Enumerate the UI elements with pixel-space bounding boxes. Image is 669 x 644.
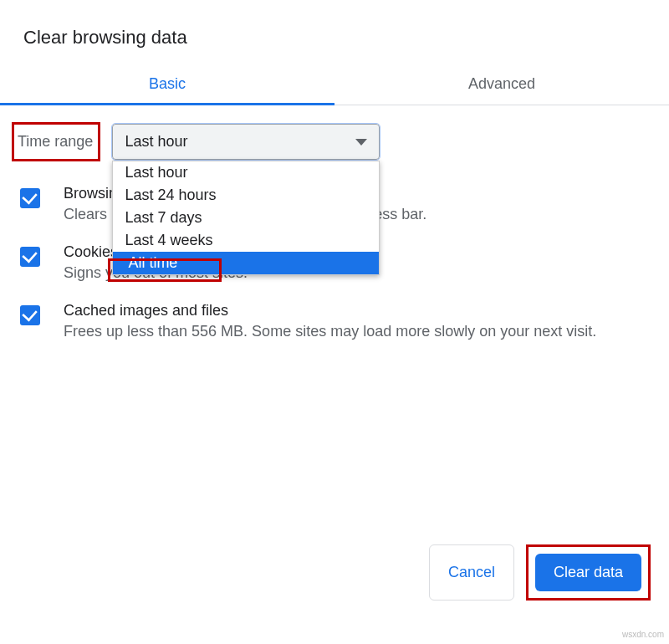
option-last-4-weeks[interactable]: Last 4 weeks (113, 229, 379, 252)
tabs: Basic Advanced (0, 64, 669, 105)
checkbox-cache[interactable] (20, 305, 40, 325)
checkbox-row-cache: Cached images and files Frees up less th… (12, 302, 646, 340)
time-range-select-wrap: Last hour Last hour Last 24 hours Last 7… (112, 124, 380, 160)
time-range-dropdown: Last hour Last 24 hours Last 7 days Last… (112, 161, 380, 275)
option-last-7-days[interactable]: Last 7 days (113, 207, 379, 229)
checkbox-browsing-history[interactable] (20, 188, 40, 208)
dialog-footer: Cancel Clear data (429, 544, 651, 601)
checkbox-cookies[interactable] (20, 247, 40, 267)
watermark: wsxdn.com (622, 630, 664, 639)
option-last-hour[interactable]: Last hour (113, 161, 379, 184)
dialog-title: Clear browsing data (0, 0, 669, 64)
checkbox-text: Cached images and files Frees up less th… (64, 302, 646, 340)
chevron-down-icon (355, 139, 367, 146)
time-range-select[interactable]: Last hour (112, 124, 380, 160)
content: Time range Last hour Last hour Last 24 h… (0, 105, 669, 340)
clear-data-button[interactable]: Clear data (535, 554, 641, 591)
time-range-label: Time range (12, 122, 100, 161)
option-all-time[interactable]: All time (113, 252, 379, 274)
option-last-24-hours[interactable]: Last 24 hours (113, 184, 379, 207)
tab-basic[interactable]: Basic (0, 64, 334, 105)
checkbox-title: Cached images and files (64, 302, 646, 319)
annotation-highlight: Clear data (526, 544, 651, 601)
time-range-row: Time range Last hour Last hour Last 24 h… (12, 122, 646, 161)
checkbox-desc: Frees up less than 556 MB. Some sites ma… (64, 323, 646, 340)
tab-advanced[interactable]: Advanced (334, 64, 669, 105)
time-range-selected-value: Last hour (125, 133, 187, 151)
cancel-button[interactable]: Cancel (429, 544, 514, 601)
